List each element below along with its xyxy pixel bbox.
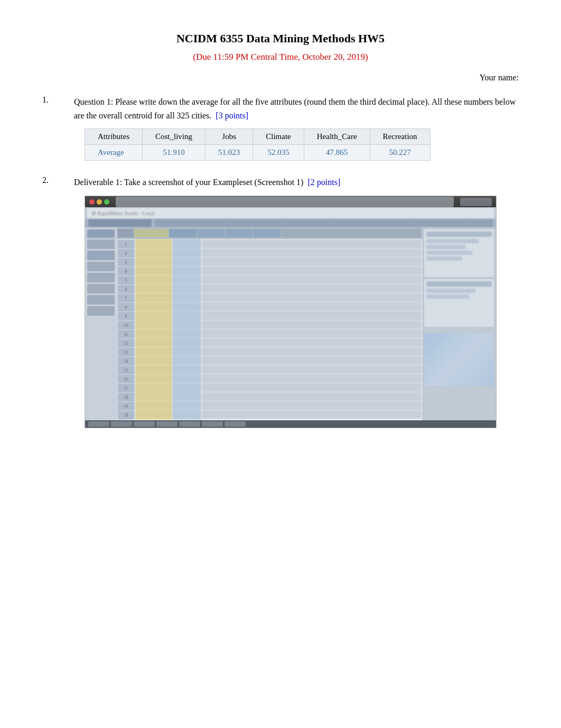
toolbar-button	[460, 198, 492, 206]
page-title: NCIDM 6355 Data Mining Methods HW5	[42, 32, 519, 45]
sidebar-item-4	[87, 273, 115, 282]
row-11: 11	[118, 330, 134, 338]
row-16: 16	[118, 375, 134, 383]
status-5	[179, 421, 200, 427]
row-10: 10	[118, 321, 134, 329]
row-numbers-col: 1 2 3 4 5 6 7 8 9 10 11 12 13	[117, 239, 135, 420]
cost-living-col	[135, 239, 172, 420]
sidebar-item-1	[87, 239, 115, 249]
question-1-points: [3 points]	[216, 111, 248, 120]
row-19: 19	[118, 402, 134, 410]
app-toolbar	[85, 219, 496, 227]
row-4: 4	[118, 267, 134, 275]
screenshot-data-view: 1 2 3 4 5 6 7 8 9 10 11 12 13	[117, 227, 422, 420]
row-15: 15	[118, 366, 134, 374]
val-jobs: 51.023	[205, 145, 253, 161]
close-dot	[89, 199, 95, 205]
attributes-table: Attributes Cost_living Jobs Climate Heal…	[85, 128, 431, 161]
jobs-col	[172, 239, 201, 420]
row-14: 14	[118, 357, 134, 365]
status-1	[88, 421, 109, 427]
question-2-text: Deliverable 1: Take a screenshot of your…	[74, 176, 519, 189]
row-2: 2	[118, 249, 134, 257]
screenshot-1: ⚙ RapidMiner Studio - Local	[85, 196, 497, 428]
right-card-1	[424, 229, 494, 277]
col-jobs-header	[169, 229, 197, 237]
question-1-number: 1.	[42, 95, 49, 105]
row-13: 13	[118, 348, 134, 356]
screenshot-sidebar	[85, 227, 117, 420]
sidebar-item-2	[87, 251, 115, 260]
col-jobs: Jobs	[205, 129, 253, 145]
maximize-dot	[104, 199, 109, 205]
col-cost-header	[134, 229, 169, 237]
col-group	[202, 239, 422, 420]
question-2-block: 2. Deliverable 1: Take a screenshot of y…	[42, 176, 519, 428]
sidebar-header	[87, 229, 115, 238]
other-cols	[201, 239, 422, 420]
row-12: 12	[118, 339, 134, 347]
browser-toolbar	[85, 196, 496, 208]
screenshot-status-bar	[85, 420, 496, 428]
col-climate: Climate	[253, 129, 304, 145]
col-num-header	[118, 229, 134, 237]
col-recreation: Recreation	[370, 129, 430, 145]
screenshot-right-panel	[422, 227, 496, 420]
minimize-dot	[97, 199, 102, 205]
question-1-text: Question 1: Please write down the averag…	[74, 95, 519, 122]
row-1: 1	[118, 240, 134, 248]
row-3: 3	[118, 258, 134, 266]
right-card-2	[424, 279, 494, 327]
status-3	[134, 421, 155, 427]
col-climate-header	[197, 229, 225, 237]
row-8: 8	[118, 303, 134, 311]
column-headers	[117, 227, 422, 239]
row-17: 17	[118, 384, 134, 392]
question-1-block: 1. Question 1: Please write down the ave…	[42, 95, 519, 161]
due-date: (Due 11:59 PM Central Time, October 20, …	[42, 52, 519, 62]
status-7	[225, 421, 246, 427]
question-2-points: [2 points]	[307, 178, 340, 187]
val-climate: 52.035	[253, 145, 304, 161]
screenshot-main-content: 1 2 3 4 5 6 7 8 9 10 11 12 13	[85, 227, 496, 420]
row-18: 18	[118, 393, 134, 401]
sidebar-item-7	[87, 306, 115, 316]
col-extra	[281, 229, 421, 237]
row-7: 7	[118, 294, 134, 302]
row-20: 20	[118, 411, 134, 419]
toolbar-text	[88, 219, 152, 227]
row-9: 9	[118, 312, 134, 320]
sidebar-item-6	[87, 295, 115, 305]
row-6: 6	[118, 285, 134, 293]
col-attributes: Attributes	[85, 129, 143, 145]
sidebar-item-3	[87, 262, 115, 271]
col-cost-living: Cost_living	[143, 129, 205, 145]
table-header-row: Attributes Cost_living Jobs Climate Heal…	[85, 129, 431, 145]
val-recreation: 50.227	[370, 145, 430, 161]
toolbar-path	[155, 219, 493, 227]
right-card-map	[424, 333, 494, 386]
toolbar-space	[116, 197, 454, 207]
your-name: Your name:	[42, 73, 519, 82]
question-2-number: 2.	[42, 176, 49, 185]
sidebar-item-5	[87, 284, 115, 293]
table-data-row: Average 51.910 51.023 52.035 47.865 50.2…	[85, 145, 431, 161]
data-rows-container: 1 2 3 4 5 6 7 8 9 10 11 12 13	[117, 239, 422, 420]
address-bar: ⚙ RapidMiner Studio - Local	[87, 208, 494, 218]
col-rec-header	[253, 229, 280, 237]
val-cost-living: 51.910	[143, 145, 205, 161]
row-5: 5	[118, 276, 134, 284]
status-6	[202, 421, 223, 427]
status-4	[156, 421, 177, 427]
col-health-care: Health_Care	[304, 129, 370, 145]
val-health-care: 47.865	[304, 145, 370, 161]
status-2	[111, 421, 132, 427]
row-label: Average	[85, 145, 143, 161]
col-health-header	[225, 229, 253, 237]
